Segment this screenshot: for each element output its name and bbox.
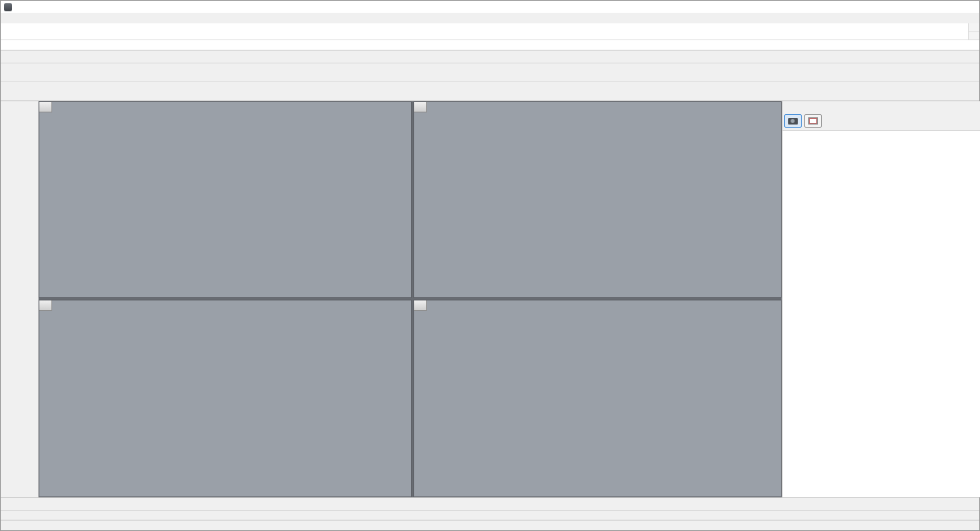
secondary-toolbar <box>1 81 979 101</box>
viewport-right[interactable] <box>413 300 782 497</box>
viewport-right-label[interactable] <box>414 300 427 311</box>
viewport-top[interactable] <box>39 101 412 298</box>
app-icon <box>4 3 12 11</box>
panel-body <box>783 130 980 497</box>
viewport-front-label[interactable] <box>39 300 52 311</box>
camera-icon <box>788 118 798 125</box>
wallpaper-properties-button[interactable] <box>804 114 822 128</box>
window-controls <box>907 1 979 13</box>
viewport-perspective-label[interactable] <box>414 102 427 112</box>
menu-bar <box>1 13 979 23</box>
panel-mode-buttons <box>783 113 980 130</box>
command-prompt-input[interactable] <box>1 40 979 51</box>
viewport-top-label[interactable] <box>39 102 52 112</box>
frame-icon <box>808 117 818 125</box>
main-toolbar <box>1 63 979 81</box>
viewport-grid <box>39 101 782 497</box>
perspective-view-canvas <box>414 102 781 297</box>
tool-palette <box>1 101 39 497</box>
viewport-properties-button[interactable] <box>784 114 802 128</box>
rhino-window <box>0 0 980 531</box>
scroll-down-icon[interactable] <box>969 32 979 41</box>
status-bar <box>1 520 979 530</box>
properties-panel <box>782 101 980 497</box>
minimize-icon[interactable] <box>907 1 931 13</box>
restore-icon[interactable] <box>931 1 955 13</box>
top-view-canvas <box>39 102 411 297</box>
command-history[interactable] <box>1 23 979 40</box>
front-view-canvas <box>39 300 411 496</box>
scroll-up-icon[interactable] <box>969 23 979 32</box>
viewport-perspective[interactable] <box>413 101 782 298</box>
panel-tab-bar <box>783 101 980 113</box>
right-view-canvas <box>414 300 781 496</box>
main-area <box>1 101 979 497</box>
toolbar-tabs <box>1 51 979 63</box>
viewport-tab-bar <box>1 497 979 510</box>
osnap-bar <box>1 510 979 520</box>
title-bar <box>1 1 979 13</box>
viewport-front[interactable] <box>39 300 412 497</box>
command-scrollbar[interactable] <box>968 23 979 40</box>
close-icon[interactable] <box>955 1 979 13</box>
